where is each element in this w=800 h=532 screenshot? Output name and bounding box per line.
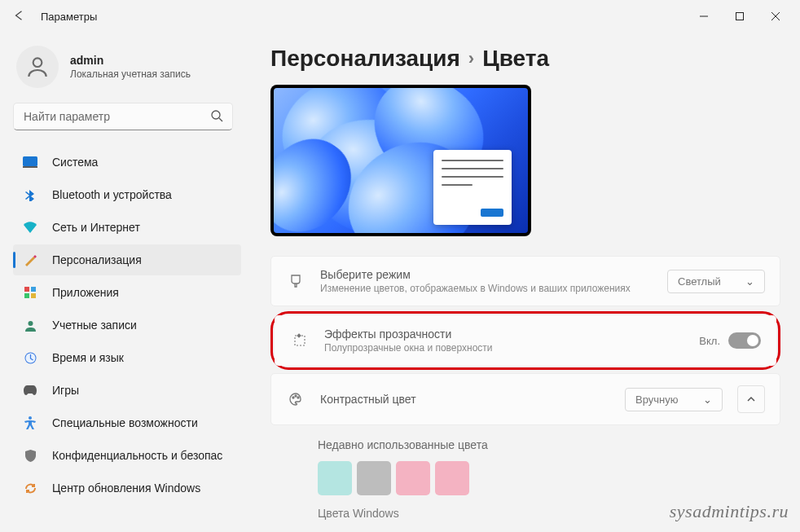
- nav-accounts[interactable]: Учетные записи: [13, 310, 241, 341]
- time-icon: [21, 350, 39, 365]
- search-input[interactable]: [13, 103, 233, 130]
- nav-personalization[interactable]: Персонализация: [13, 244, 241, 275]
- content: Персонализация › Цвета Выберите режим: [244, 33, 800, 532]
- chevron-down-icon: ⌄: [703, 394, 712, 406]
- desktop-preview[interactable]: [270, 85, 531, 236]
- mode-select[interactable]: Светлый ⌄: [667, 270, 765, 293]
- annotation-highlight: Эффекты прозрачности Полупрозрачные окна…: [270, 311, 780, 370]
- expand-button[interactable]: [737, 385, 765, 413]
- user-subtitle: Локальная учетная запись: [70, 68, 191, 80]
- nav-label: Специальные возможности: [52, 416, 198, 429]
- svg-line-6: [219, 118, 222, 121]
- chevron-right-icon: ›: [468, 48, 474, 69]
- accounts-icon: [21, 318, 39, 332]
- nav-bluetooth[interactable]: Bluetooth и устройства: [13, 179, 241, 210]
- select-value: Светлый: [678, 275, 721, 288]
- bluetooth-icon: [21, 187, 39, 202]
- avatar: [16, 46, 59, 88]
- card-subtitle: Изменение цветов, отображаемых в Windows…: [320, 283, 667, 294]
- close-button[interactable]: [758, 4, 793, 29]
- svg-rect-7: [23, 156, 37, 166]
- next-section-title: Цвета Windows: [270, 495, 780, 520]
- system-icon: [21, 155, 39, 169]
- back-button[interactable]: [7, 10, 31, 24]
- svg-rect-9: [24, 287, 29, 292]
- color-swatch[interactable]: [357, 461, 391, 495]
- titlebar: Параметры: [0, 0, 800, 33]
- gaming-icon: [21, 383, 39, 398]
- nav-label: Время и язык: [52, 351, 124, 364]
- svg-rect-10: [31, 287, 36, 292]
- nav-gaming[interactable]: Игры: [13, 375, 241, 406]
- user-name: admin: [70, 54, 191, 67]
- nav-label: Приложения: [52, 286, 119, 299]
- search-box: [13, 103, 241, 130]
- apps-icon: [21, 285, 39, 300]
- nav-accessibility[interactable]: Специальные возможности: [13, 407, 241, 438]
- recent-colors-title: Недавно использованные цвета: [318, 438, 748, 451]
- svg-point-4: [33, 58, 42, 67]
- breadcrumb-parent[interactable]: Персонализация: [270, 46, 460, 72]
- nav-system[interactable]: Система: [13, 147, 241, 178]
- svg-rect-17: [295, 336, 305, 345]
- nav-label: Система: [52, 156, 98, 169]
- nav-label: Bluetooth и устройства: [52, 188, 172, 201]
- select-value: Вручную: [635, 394, 678, 406]
- svg-rect-11: [24, 293, 29, 298]
- card-title: Эффекты прозрачности: [324, 328, 699, 341]
- search-icon: [210, 109, 223, 125]
- nav-label: Сеть и Интернет: [52, 221, 140, 234]
- nav-network[interactable]: Сеть и Интернет: [13, 212, 241, 243]
- chevron-down-icon: ⌄: [745, 275, 754, 288]
- transparency-card[interactable]: Эффекты прозрачности Полупрозрачные окна…: [275, 315, 776, 366]
- svg-point-16: [29, 416, 32, 420]
- minimize-button[interactable]: [686, 4, 722, 29]
- nav-label: Учетные записи: [52, 319, 137, 332]
- svg-point-19: [295, 395, 297, 397]
- sidebar: admin Локальная учетная запись Система B…: [0, 33, 244, 532]
- personalization-icon: [21, 253, 39, 267]
- palette-icon: [286, 392, 305, 407]
- color-swatch[interactable]: [435, 461, 469, 495]
- svg-point-18: [292, 397, 294, 398]
- preview-window: [433, 150, 512, 225]
- card-title: Выберите режим: [320, 268, 667, 281]
- accent-select[interactable]: Вручную ⌄: [625, 388, 723, 411]
- nav-privacy[interactable]: Конфиденциальность и безопас: [13, 440, 241, 471]
- transparency-toggle[interactable]: [728, 332, 761, 349]
- maximize-button[interactable]: [722, 4, 758, 29]
- card-subtitle: Полупрозрачные окна и поверхности: [324, 342, 699, 354]
- accent-card[interactable]: Контрастный цвет Вручную ⌄: [270, 373, 780, 425]
- color-swatch[interactable]: [396, 461, 430, 495]
- brush-icon: [286, 274, 305, 288]
- mode-card[interactable]: Выберите режим Изменение цветов, отображ…: [270, 256, 780, 306]
- breadcrumb: Персонализация › Цвета: [270, 46, 780, 72]
- nav-label: Конфиденциальность и безопас: [52, 449, 222, 462]
- svg-rect-12: [31, 293, 36, 298]
- color-swatch[interactable]: [318, 461, 352, 495]
- user-block[interactable]: admin Локальная учетная запись: [13, 46, 241, 88]
- nav-list: Система Bluetooth и устройства Сеть и Ин…: [13, 147, 241, 505]
- network-icon: [21, 220, 39, 235]
- nav-label: Персонализация: [52, 253, 142, 266]
- recent-colors-block: Недавно использованные цвета: [270, 430, 780, 495]
- accessibility-icon: [21, 415, 39, 430]
- nav-apps[interactable]: Приложения: [13, 277, 241, 308]
- nav-label: Игры: [52, 384, 79, 397]
- svg-rect-8: [23, 166, 37, 168]
- update-icon: [21, 481, 39, 495]
- transparency-icon: [290, 333, 310, 348]
- nav-update[interactable]: Центр обновления Windows: [13, 473, 241, 503]
- nav-time[interactable]: Время и язык: [13, 342, 241, 373]
- toggle-state-label: Вкл.: [699, 335, 720, 347]
- svg-rect-1: [736, 13, 744, 20]
- svg-point-13: [28, 321, 33, 326]
- svg-point-5: [212, 111, 220, 119]
- window-title: Параметры: [41, 11, 97, 23]
- card-title: Контрастный цвет: [320, 393, 625, 406]
- breadcrumb-current: Цвета: [482, 46, 549, 72]
- nav-label: Центр обновления Windows: [52, 481, 200, 495]
- svg-point-20: [297, 397, 299, 398]
- privacy-icon: [21, 448, 39, 463]
